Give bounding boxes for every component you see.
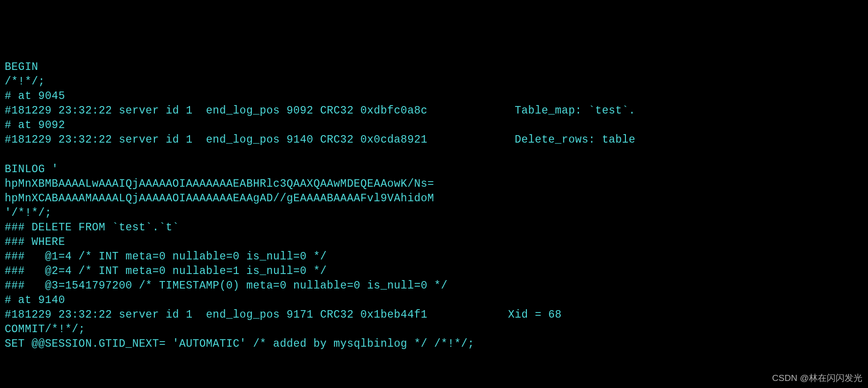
terminal-line: '/*!*/;: [5, 206, 863, 221]
terminal-line: [5, 147, 863, 162]
terminal-line: # at 9092: [5, 118, 863, 133]
terminal-line: BEGIN: [5, 60, 863, 75]
terminal-line: #181229 23:32:22 server id 1 end_log_pos…: [5, 308, 863, 322]
terminal-line: hpMnXCABAAAAMAAAALQjAAAAAOIAAAAAAAEAAgAD…: [5, 191, 863, 206]
terminal-line: BINLOG ': [5, 162, 863, 177]
terminal-line: ### WHERE: [5, 235, 863, 250]
terminal-line: ### @2=4 /* INT meta=0 nullable=1 is_nul…: [5, 264, 863, 279]
terminal-line: #181229 23:32:22 server id 1 end_log_pos…: [5, 104, 863, 118]
terminal-line: # at 9140: [5, 293, 863, 308]
terminal-line: COMMIT/*!*/;: [5, 322, 863, 337]
terminal-line: /*!*/;: [5, 75, 863, 89]
terminal-line: ### DELETE FROM `test`.`t`: [5, 221, 863, 235]
terminal-line: hpMnXBMBAAAALwAAAIQjAAAAAOIAAAAAAAEABHRl…: [5, 177, 863, 191]
terminal-line: ### @1=4 /* INT meta=0 nullable=0 is_nul…: [5, 250, 863, 264]
terminal-output: BEGIN/*!*/;# at 9045#181229 23:32:22 ser…: [5, 60, 863, 351]
terminal-line: SET @@SESSION.GTID_NEXT= 'AUTOMATIC' /* …: [5, 337, 863, 351]
terminal-line: ### @3=1541797200 /* TIMESTAMP(0) meta=0…: [5, 279, 863, 293]
terminal-line: # at 9045: [5, 89, 863, 104]
terminal-line: #181229 23:32:22 server id 1 end_log_pos…: [5, 133, 863, 147]
watermark-text: CSDN @林在闪闪发光: [772, 372, 862, 384]
